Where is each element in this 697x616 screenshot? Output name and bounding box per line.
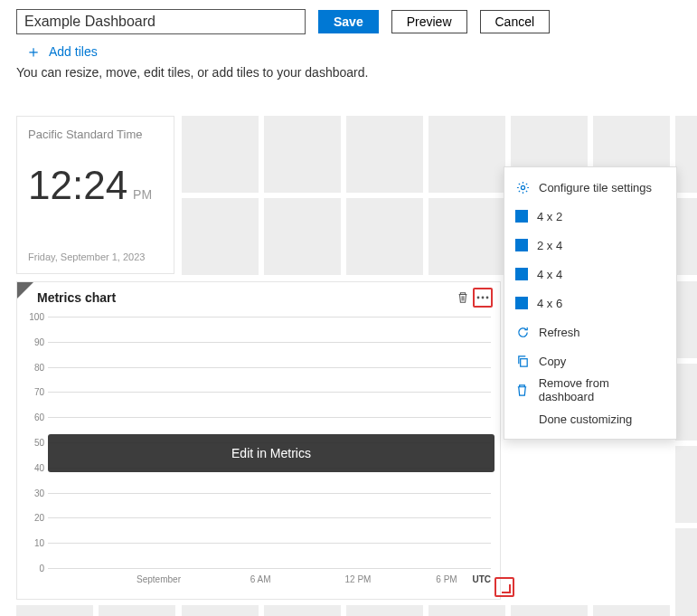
y-tick: 20 — [24, 513, 44, 523]
square-icon — [515, 268, 528, 280]
clock-timezone: Pacific Standard Time — [28, 128, 163, 141]
y-tick: 70 — [24, 387, 44, 397]
cancel-button[interactable]: Cancel — [480, 10, 551, 33]
grid-cell[interactable] — [16, 605, 93, 616]
menu-label: 2 x 4 — [537, 239, 562, 252]
grid-cell[interactable] — [675, 116, 697, 193]
menu-label: Refresh — [539, 326, 580, 339]
square-icon — [515, 239, 528, 251]
x-tick: September — [137, 574, 181, 584]
grid-cell[interactable] — [675, 364, 697, 441]
tile-title: Metrics chart — [37, 290, 116, 305]
menu-label: Remove from dashboard — [539, 376, 665, 403]
y-tick: 100 — [24, 312, 44, 322]
x-tick: 12 PM — [345, 574, 372, 584]
grid-cell[interactable] — [511, 605, 588, 616]
menu-label: 4 x 4 — [537, 268, 562, 281]
plus-icon: ＋ — [25, 43, 42, 60]
grid-cell[interactable] — [675, 198, 697, 275]
grid-cell[interactable] — [346, 198, 423, 275]
y-tick: 90 — [24, 336, 44, 346]
add-tiles-label: Add tiles — [49, 44, 98, 59]
menu-label: 4 x 6 — [537, 297, 562, 310]
grid-cell[interactable] — [429, 198, 505, 275]
menu-size-4x4[interactable]: 4 x 4 — [504, 260, 676, 289]
add-tiles-button[interactable]: ＋ Add tiles — [0, 40, 697, 65]
menu-label: Copy — [539, 355, 566, 368]
menu-remove[interactable]: Remove from dashboard — [504, 375, 676, 404]
svg-point-1 — [482, 297, 485, 299]
resize-handle[interactable] — [494, 577, 514, 597]
menu-configure[interactable]: Configure tile settings — [504, 173, 676, 202]
menu-size-4x2[interactable]: 4 x 2 — [504, 202, 676, 231]
dashboard-title-input[interactable] — [16, 9, 306, 34]
clock-ampm: PM — [133, 187, 152, 202]
y-tick: 50 — [24, 438, 44, 448]
menu-label: Configure tile settings — [539, 181, 652, 194]
resize-icon — [502, 584, 511, 593]
y-tick: 40 — [24, 462, 44, 472]
grid-cell[interactable] — [346, 605, 423, 616]
grid-cell[interactable] — [675, 446, 697, 523]
grid-cell[interactable] — [264, 605, 341, 616]
grid-cell[interactable] — [593, 605, 670, 616]
hint-text: You can resize, move, edit tiles, or add… — [0, 65, 697, 92]
menu-label: Done customizing — [539, 412, 632, 426]
y-tick: 0 — [24, 564, 44, 573]
y-tick: 80 — [24, 362, 44, 372]
grid-cell[interactable] — [675, 281, 697, 358]
preview-button[interactable]: Preview — [391, 10, 467, 33]
copy-icon — [515, 354, 530, 368]
square-icon — [515, 210, 528, 223]
tile-header: Metrics chart — [17, 282, 500, 313]
menu-done-customizing[interactable]: Done customizing — [504, 404, 676, 433]
grid-cell[interactable] — [675, 528, 697, 605]
svg-rect-4 — [520, 358, 527, 365]
menu-copy[interactable]: Copy — [504, 346, 676, 375]
grid-cell[interactable] — [182, 605, 259, 616]
svg-point-3 — [521, 185, 524, 189]
grid-cell[interactable] — [264, 198, 341, 275]
grid-cell[interactable] — [675, 605, 697, 616]
gear-icon — [515, 180, 530, 194]
clock-date: Friday, September 1, 2023 — [28, 251, 145, 262]
menu-refresh[interactable]: Refresh — [504, 317, 676, 346]
delete-icon[interactable] — [453, 288, 473, 308]
more-icon[interactable] — [473, 288, 493, 308]
utc-label: UTC — [472, 574, 491, 584]
save-button[interactable]: Save — [318, 10, 379, 33]
grid-cell[interactable] — [429, 116, 505, 193]
grid-cell[interactable] — [182, 198, 259, 275]
grid-cell[interactable] — [264, 116, 341, 193]
grid-cell[interactable] — [99, 605, 175, 616]
grid-cell[interactable] — [429, 605, 505, 616]
x-tick: 6 AM — [250, 574, 271, 584]
svg-point-2 — [486, 297, 489, 299]
grid-cell[interactable] — [182, 116, 259, 193]
y-tick: 60 — [24, 412, 44, 422]
y-tick: 10 — [24, 538, 44, 548]
clock-tile[interactable]: Pacific Standard Time 12:24 PM Friday, S… — [16, 116, 174, 274]
clock-time: 12:24 — [28, 163, 127, 208]
y-tick: 30 — [24, 488, 44, 498]
refresh-icon — [515, 325, 530, 339]
menu-label: 4 x 2 — [537, 210, 562, 223]
filter-icon[interactable] — [17, 282, 33, 299]
menu-size-4x6[interactable]: 4 x 6 — [504, 289, 676, 317]
square-icon — [515, 297, 528, 309]
tile-context-menu: Configure tile settings 4 x 2 2 x 4 4 x … — [504, 166, 677, 440]
grid-cell[interactable] — [346, 116, 423, 193]
metrics-tile[interactable]: Metrics chart 100 90 80 70 60 50 40 30 2… — [16, 281, 501, 600]
x-tick: 6 PM — [436, 574, 457, 584]
svg-point-0 — [477, 297, 480, 299]
top-bar: Save Preview Cancel — [0, 0, 697, 40]
trash-icon — [515, 383, 530, 397]
menu-size-2x4[interactable]: 2 x 4 — [504, 231, 676, 260]
edit-in-metrics-button[interactable]: Edit in Metrics — [48, 434, 494, 472]
